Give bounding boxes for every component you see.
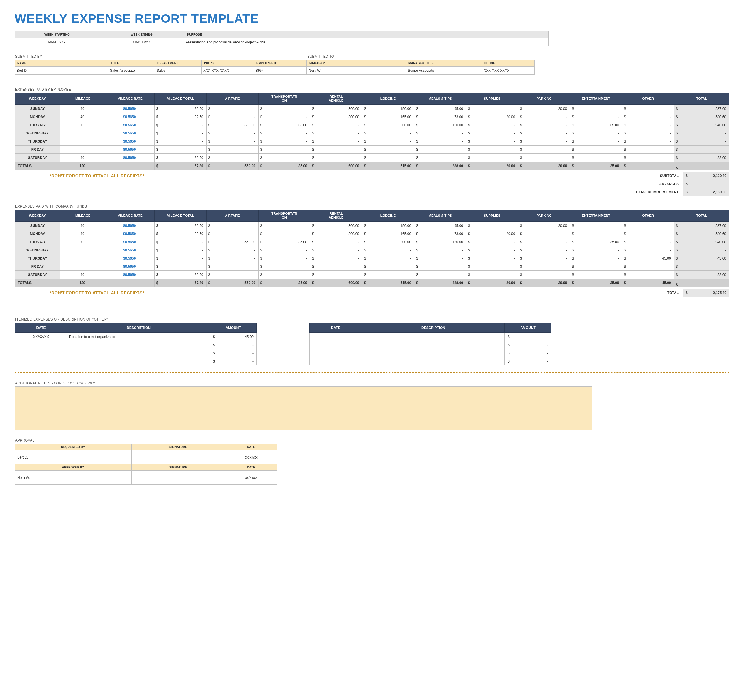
value-cell[interactable]: - bbox=[466, 146, 518, 154]
mileage-cell[interactable] bbox=[60, 146, 106, 154]
value-cell[interactable]: - bbox=[310, 129, 362, 137]
rate-cell[interactable]: $0.5650 bbox=[106, 137, 154, 146]
value-cell[interactable]: - bbox=[466, 246, 518, 254]
itemized-desc[interactable] bbox=[362, 333, 505, 341]
mileage-cell[interactable] bbox=[60, 137, 106, 146]
by-phone[interactable]: XXX-XXX-XXXX bbox=[202, 67, 254, 75]
value-cell[interactable]: - bbox=[622, 221, 674, 230]
value-cell[interactable]: 35.00 bbox=[570, 238, 622, 246]
rate-cell[interactable]: $0.5650 bbox=[106, 146, 154, 154]
value-cell[interactable]: - bbox=[258, 105, 310, 113]
value-cell[interactable]: - bbox=[570, 221, 622, 230]
value-cell[interactable]: - bbox=[362, 254, 414, 263]
value-cell[interactable]: - bbox=[518, 246, 570, 254]
value-cell[interactable]: - bbox=[570, 246, 622, 254]
value-cell[interactable]: - bbox=[518, 129, 570, 137]
value-cell[interactable]: - bbox=[414, 154, 466, 162]
itemized-date[interactable] bbox=[15, 349, 67, 357]
value-cell[interactable]: - bbox=[258, 270, 310, 279]
app-sig1[interactable] bbox=[132, 450, 225, 464]
value-cell[interactable]: - bbox=[466, 263, 518, 270]
value-cell[interactable]: - bbox=[362, 263, 414, 270]
value-cell[interactable]: 200.00 bbox=[362, 121, 414, 129]
value-cell[interactable]: - bbox=[518, 154, 570, 162]
value-cell[interactable]: - bbox=[414, 146, 466, 154]
value-cell[interactable]: - bbox=[414, 263, 466, 270]
itemized-amount[interactable]: - bbox=[505, 333, 551, 341]
value-cell[interactable]: - bbox=[466, 221, 518, 230]
value-cell[interactable]: - bbox=[206, 270, 258, 279]
value-cell[interactable]: 35.00 bbox=[570, 121, 622, 129]
rate-cell[interactable]: $0.5650 bbox=[106, 129, 154, 137]
value-cell[interactable]: - bbox=[310, 254, 362, 263]
value-cell[interactable]: 300.00 bbox=[310, 113, 362, 121]
itemized-desc[interactable] bbox=[362, 341, 505, 349]
value-cell[interactable]: 550.00 bbox=[206, 121, 258, 129]
value-cell[interactable]: - bbox=[310, 238, 362, 246]
value-cell[interactable]: - bbox=[258, 254, 310, 263]
itemized-amount[interactable]: - bbox=[210, 357, 257, 366]
mileage-cell[interactable]: 40 bbox=[60, 270, 106, 279]
meta-week-start[interactable]: MM/DD/YY bbox=[15, 38, 100, 46]
itemized-date[interactable] bbox=[310, 333, 362, 341]
value-cell[interactable]: - bbox=[570, 230, 622, 238]
value-cell[interactable]: - bbox=[414, 246, 466, 254]
value-cell[interactable]: - bbox=[518, 230, 570, 238]
value-cell[interactable]: - bbox=[622, 154, 674, 162]
value-cell[interactable]: - bbox=[570, 129, 622, 137]
mileage-cell[interactable] bbox=[60, 263, 106, 270]
value-cell[interactable]: - bbox=[518, 113, 570, 121]
value-cell[interactable]: - bbox=[518, 146, 570, 154]
app-approved-by[interactable]: Nora W. bbox=[15, 471, 132, 485]
value-cell[interactable]: - bbox=[414, 254, 466, 263]
app-sig2[interactable] bbox=[132, 471, 225, 485]
value-cell[interactable]: - bbox=[206, 254, 258, 263]
value-cell[interactable]: - bbox=[206, 105, 258, 113]
itemized-amount[interactable]: - bbox=[210, 349, 257, 357]
by-name[interactable]: Bert D. bbox=[15, 67, 108, 75]
value-cell[interactable]: 20.00 bbox=[518, 221, 570, 230]
value-cell[interactable]: - bbox=[258, 221, 310, 230]
value-cell[interactable]: - bbox=[622, 137, 674, 146]
value-cell[interactable]: - bbox=[518, 270, 570, 279]
value-cell[interactable]: - bbox=[206, 230, 258, 238]
rate-cell[interactable]: $0.5650 bbox=[106, 105, 154, 113]
value-cell[interactable]: - bbox=[258, 246, 310, 254]
value-cell[interactable]: 95.00 bbox=[414, 221, 466, 230]
value-cell[interactable]: - bbox=[310, 154, 362, 162]
mileage-cell[interactable]: 40 bbox=[60, 113, 106, 121]
value-cell[interactable]: - bbox=[310, 246, 362, 254]
value-cell[interactable]: - bbox=[258, 230, 310, 238]
app-requested-by[interactable]: Bert D. bbox=[15, 450, 132, 464]
value-cell[interactable]: - bbox=[310, 146, 362, 154]
value-cell[interactable]: 35.00 bbox=[258, 238, 310, 246]
notes-box[interactable] bbox=[15, 386, 592, 430]
rate-cell[interactable]: $0.5650 bbox=[106, 113, 154, 121]
value-cell[interactable]: - bbox=[466, 270, 518, 279]
mileage-cell[interactable]: 40 bbox=[60, 221, 106, 230]
value-cell[interactable]: - bbox=[258, 129, 310, 137]
to-title[interactable]: Senior Associate bbox=[406, 67, 482, 75]
value-cell[interactable]: 165.00 bbox=[362, 113, 414, 121]
itemized-date[interactable]: XX/XX/XX bbox=[15, 333, 67, 341]
value-cell[interactable]: 550.00 bbox=[206, 238, 258, 246]
value-cell[interactable]: 300.00 bbox=[310, 221, 362, 230]
mileage-cell[interactable]: 40 bbox=[60, 230, 106, 238]
value-cell[interactable]: 120.00 bbox=[414, 121, 466, 129]
value-cell[interactable]: 20.00 bbox=[466, 230, 518, 238]
itemized-amount[interactable]: - bbox=[505, 357, 551, 366]
meta-purpose[interactable]: Presentation and proposal delivery of Pr… bbox=[184, 38, 549, 46]
value-cell[interactable]: - bbox=[310, 121, 362, 129]
value-cell[interactable]: - bbox=[622, 121, 674, 129]
value-cell[interactable]: - bbox=[570, 113, 622, 121]
value-cell[interactable]: - bbox=[362, 246, 414, 254]
itemized-desc[interactable] bbox=[362, 357, 505, 366]
itemized-date[interactable] bbox=[15, 341, 67, 349]
value-cell[interactable]: 20.00 bbox=[466, 113, 518, 121]
app-date1[interactable]: xx/xx/xx bbox=[225, 450, 277, 464]
value-cell[interactable]: - bbox=[570, 146, 622, 154]
value-cell[interactable]: - bbox=[206, 113, 258, 121]
value-cell[interactable]: - bbox=[622, 238, 674, 246]
value-cell[interactable]: - bbox=[466, 121, 518, 129]
value-cell[interactable]: 300.00 bbox=[310, 230, 362, 238]
